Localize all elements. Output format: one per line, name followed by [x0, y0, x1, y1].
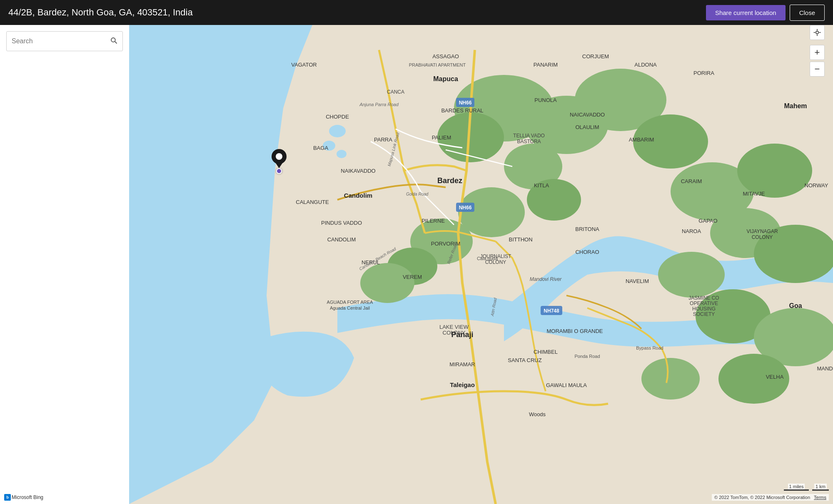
svg-text:GAPAO: GAPAO — [698, 218, 717, 224]
svg-text:Bardez: Bardez — [437, 176, 462, 185]
zoom-in-button[interactable]: + — [810, 45, 825, 60]
svg-text:NH66: NH66 — [459, 100, 472, 106]
svg-point-19 — [737, 144, 812, 198]
zoom-out-icon: − — [815, 65, 820, 74]
terms-link[interactable]: Terms — [814, 495, 826, 500]
scale-miles-label: 1 miles — [788, 484, 805, 489]
svg-text:MORAMBI O GRANDE: MORAMBI O GRANDE — [546, 328, 603, 334]
svg-text:PILERNE: PILERNE — [421, 218, 445, 224]
svg-text:AMBARIM: AMBARIM — [629, 137, 654, 143]
close-button[interactable]: Close — [790, 5, 825, 21]
svg-marker-100 — [274, 161, 284, 168]
location-title: 44/2B, Bardez, North Goa, GA, 403521, In… — [8, 7, 706, 18]
svg-text:NORWAY: NORWAY — [805, 182, 828, 189]
share-location-button[interactable]: Share current location — [706, 5, 786, 20]
svg-text:CANCA: CANCA — [387, 89, 404, 95]
scale-km-label: 1 km — [814, 484, 827, 489]
attribution-text: © 2022 TomTom, © 2022 Microsoft Corporat… — [714, 495, 810, 500]
svg-text:VELHA: VELHA — [766, 374, 784, 380]
svg-point-4 — [329, 125, 346, 137]
svg-text:PARRA: PARRA — [374, 137, 392, 143]
svg-text:Bypass Road: Bypass Road — [636, 345, 663, 350]
svg-text:Woods: Woods — [529, 411, 546, 417]
svg-text:NAVELIM: NAVELIM — [626, 278, 649, 284]
svg-text:BARDES RURAL: BARDES RURAL — [441, 107, 483, 114]
svg-text:BAGA: BAGA — [313, 145, 328, 151]
svg-text:Mapuca: Mapuca — [433, 75, 458, 82]
bing-logo: b Microsoft Bing — [4, 494, 43, 501]
svg-text:Mandovi River: Mandovi River — [530, 276, 562, 282]
svg-point-6 — [337, 150, 347, 158]
svg-text:Taleigao: Taleigao — [450, 381, 475, 388]
svg-text:VEREM: VEREM — [403, 274, 422, 280]
svg-text:JASMINE COOPERATIVEHOUSINGSOCI: JASMINE COOPERATIVEHOUSINGSOCIETY — [688, 295, 719, 317]
svg-text:LAKE VIEWCOLONY: LAKE VIEWCOLONY — [439, 324, 469, 336]
svg-text:CARAIM: CARAIM — [681, 178, 702, 184]
zoom-in-icon: + — [815, 48, 820, 57]
svg-text:ASSAGAO: ASSAGAO — [432, 53, 459, 60]
svg-text:CALANGUTE: CALANGUTE — [296, 199, 329, 205]
svg-text:PINDUS VADDO: PINDUS VADDO — [321, 220, 362, 226]
svg-text:NAROA: NAROA — [682, 228, 701, 234]
svg-text:OLAULIM: OLAULIM — [575, 124, 599, 130]
search-panel — [0, 25, 129, 504]
map-location-pin — [271, 147, 287, 171]
svg-text:TELLIA VADOBASTORA: TELLIA VADOBASTORA — [513, 133, 545, 144]
svg-text:MIRAMAR: MIRAMAR — [449, 361, 475, 367]
svg-text:Goa: Goa — [789, 302, 802, 309]
svg-point-26 — [641, 358, 700, 400]
svg-point-22 — [658, 252, 725, 298]
svg-text:PRABHAVATI APARTMENT: PRABHAVATI APARTMENT — [409, 62, 466, 67]
scale-bar: 1 miles 1 km — [784, 484, 829, 492]
svg-text:BITTHON: BITTHON — [509, 236, 532, 243]
svg-text:Anjuna Parra Road: Anjuna Parra Road — [359, 102, 399, 107]
bing-logo-text: Microsoft Bing — [12, 494, 43, 500]
svg-text:NAICAVADDO: NAICAVADDO — [570, 112, 605, 118]
search-input[interactable] — [6, 31, 123, 51]
svg-text:PANARIM: PANARIM — [534, 62, 558, 68]
svg-text:CHIMBEL: CHIMBEL — [534, 349, 558, 355]
svg-text:PALIEM: PALIEM — [432, 134, 451, 141]
header-bar: 44/2B, Bardez, North Goa, GA, 403521, In… — [0, 0, 833, 25]
svg-text:CHORAO: CHORAO — [575, 249, 599, 255]
svg-text:NH748: NH748 — [544, 308, 559, 314]
svg-text:NAIKAVADDO: NAIKAVADDO — [341, 168, 375, 174]
svg-text:Ponda Road: Ponda Road — [574, 354, 600, 359]
svg-text:CANDOLIM: CANDOLIM — [327, 236, 356, 243]
svg-text:GAWALI MAULA: GAWALI MAULA — [546, 382, 587, 388]
svg-text:SANTA CRUZ: SANTA CRUZ — [508, 357, 541, 363]
locate-button[interactable] — [810, 25, 825, 40]
svg-text:MITAVJE: MITAVJE — [743, 191, 765, 197]
svg-text:PORIRA: PORIRA — [693, 70, 714, 76]
map-controls: + − — [810, 25, 825, 77]
svg-text:CORJUEM: CORJUEM — [582, 53, 609, 60]
svg-text:BRITONA: BRITONA — [575, 226, 599, 232]
map-attribution: © 2022 TomTom, © 2022 Microsoft Corporat… — [712, 494, 829, 501]
svg-text:Mahem: Mahem — [784, 102, 807, 109]
scale-miles-line — [784, 489, 809, 491]
svg-text:PUNOLA: PUNOLA — [534, 97, 557, 103]
svg-text:VAGATOR: VAGATOR — [291, 62, 317, 68]
scale-km-line — [812, 489, 829, 491]
svg-text:Golda Road: Golda Road — [406, 192, 429, 196]
svg-point-101 — [276, 153, 282, 160]
svg-text:Candolim: Candolim — [344, 192, 372, 199]
svg-text:CHOPDE: CHOPDE — [326, 114, 349, 120]
svg-text:b: b — [6, 495, 9, 499]
svg-text:MANDUR: MANDUR — [817, 365, 833, 372]
svg-text:NH66: NH66 — [459, 205, 472, 211]
svg-point-17 — [360, 263, 414, 303]
zoom-out-button[interactable]: − — [810, 62, 825, 77]
map-container[interactable]: NH66 NH66 NH748 ASSAGAO VAGATOR Mapuca P… — [129, 25, 833, 504]
svg-point-102 — [816, 31, 819, 34]
svg-text:ALDONA: ALDONA — [634, 62, 657, 68]
svg-text:KITLA: KITLA — [534, 182, 549, 189]
